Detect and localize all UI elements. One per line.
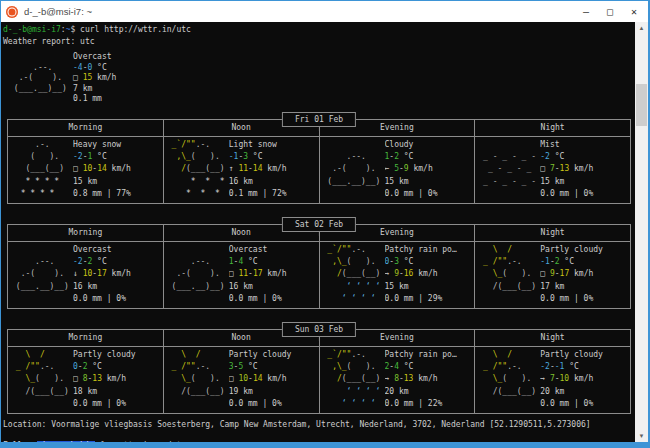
weather-icon: \ / _ /"".-. \_( ). /(___(__) — [475, 244, 540, 306]
follow-link[interactable]: @igor_chubin — [37, 441, 95, 442]
scrollbar[interactable]: ▲ ▼ — [635, 22, 648, 442]
period-cell-morning: .--. .-( ). (___.__)__) Overcast -2-2 °C… — [8, 242, 164, 308]
weather-details: Partly cloudy 3-5 °C □ 10-14 km/h 19 km … — [229, 349, 319, 411]
period-cell-noon: .--. .-( ). (___.__)__) Overcast 1-4 °C … — [164, 242, 320, 308]
forecast-table: MorningNoonEveningNight \ / _ /"".-. \_(… — [7, 329, 631, 414]
weather-details: Light snow -1-3 °C ↑ 11-14 km/h 16 km 0.… — [229, 139, 319, 201]
scroll-down-icon[interactable]: ▼ — [635, 430, 648, 442]
weather-icon: \ / _ /"".-. \_( ). /(___(__) — [164, 349, 229, 411]
period-cell-night: \ / _ /"".-. \_( ). /(___(__) Partly clo… — [475, 347, 630, 413]
weather-icon: .--. .-( ). (___.__)__) — [164, 244, 229, 306]
weather-icon: \ / _ /"".-. \_( ). /(___(__) — [8, 349, 73, 411]
weather-details: Mist -2 °C □ 7-13 km/h 15 km 0.0 mm | 0% — [540, 139, 630, 201]
period-header-morning: Morning — [8, 225, 164, 241]
weather-details: Heavy snow -2-1 °C □ 10-14 km/h 15 km 0.… — [73, 139, 163, 201]
forecast-day-sat: Sat 02 FebMorningNoonEveningNight .--. .… — [7, 217, 631, 309]
period-body-row: .-. ( ). (___(__) * * * * * * * *Heavy s… — [8, 137, 630, 203]
day-label: Sat 02 Feb — [282, 217, 356, 232]
footer: Location: Voormalige vliegbasis Soesterb… — [3, 419, 635, 442]
close-button[interactable]: ✕ — [622, 1, 646, 22]
weather-details: Patchy rain po… 2-4 °C → 8-13 km/h 20 km… — [385, 349, 475, 411]
weather-details: Patchy rain po… 0-3 °C → 9-16 km/h 15 km… — [385, 244, 475, 306]
weather-icon: _ - _ - _ - _ - _ - _ _ - _ - _ - — [475, 139, 540, 201]
weather-details: Partly cloudy 0-2 °C □ 8-13 km/h 18 km 0… — [73, 349, 163, 411]
day-label: Fri 01 Feb — [282, 112, 356, 127]
period-header-morning: Morning — [8, 330, 164, 346]
period-body-row: \ / _ /"".-. \_( ). /(___(__) Partly clo… — [8, 347, 630, 413]
weather-icon: _`/"".-. ,\_( ). /(___(__) ‘ ‘ ‘ ‘ ‘ ‘ ‘… — [320, 244, 385, 306]
period-cell-evening: .--. .-( ). (___.__)__) Cloudy 1-2 °C ← … — [320, 137, 476, 203]
period-cell-morning: \ / _ /"".-. \_( ). /(___(__) Partly clo… — [8, 347, 164, 413]
weather-icon: .--. .-( ). (___.__)__) — [8, 244, 73, 306]
prompt-user: d-_-b@msi-i7 — [3, 25, 61, 34]
titlebar[interactable]: d-_-b@msi-i7: ~ – □ ✕ — [1, 1, 648, 22]
current-weather-icon: .--. .-( ). (___.__)__) — [9, 52, 73, 105]
period-cell-night: _ - _ - _ - _ - _ - _ _ - _ - _ - Mist -… — [475, 137, 630, 203]
terminal-content[interactable]: d-_-b@msi-i7:~$ curl http://wttr.in/utc … — [1, 22, 635, 442]
period-cell-evening: _`/"".-. ,\_( ). /(___(__) ‘ ‘ ‘ ‘ ‘ ‘ ‘… — [320, 242, 476, 308]
weather-details: Overcast 1-4 °C □ 11-17 km/h 16 km 0.0 m… — [229, 244, 319, 306]
forecast-table: MorningNoonEveningNight .--. .-( ). (___… — [7, 224, 631, 309]
terminal-window: d-_-b@msi-i7: ~ – □ ✕ d-_-b@msi-i7:~$ cu… — [0, 0, 650, 448]
follow-line: Follow @igor_chubin for wttr.in updates — [3, 440, 635, 442]
maximize-button[interactable]: □ — [598, 1, 622, 22]
weather-details: Cloudy 1-2 °C ← 5-9 km/h 15 km 0.0 mm | … — [385, 139, 475, 201]
weather-icon: .-. ( ). (___(__) * * * * * * * * — [8, 139, 73, 201]
current-conditions: .--. .-( ). (___.__)__) Overcast -4-0 °C… — [9, 52, 635, 105]
period-cell-noon: \ / _ /"".-. \_( ). /(___(__) Partly clo… — [164, 347, 320, 413]
follow-suffix: for wttr.in updates — [95, 441, 191, 442]
scroll-thumb[interactable] — [636, 84, 647, 126]
blank-line — [3, 430, 635, 440]
weather-details: Overcast -2-2 °C ↓ 10-17 km/h 16 km 0.0 … — [73, 244, 163, 306]
period-header-morning: Morning — [8, 120, 164, 136]
period-header-night: Night — [475, 120, 630, 136]
period-body-row: .--. .-( ). (___.__)__) Overcast -2-2 °C… — [8, 242, 630, 308]
forecast-days: Fri 01 FebMorningNoonEveningNight .-. ( … — [3, 112, 635, 414]
period-cell-evening: _`/"".-. ,\_( ). /(___(__) ‘ ‘ ‘ ‘ ‘ ‘ ‘… — [320, 347, 476, 413]
period-cell-night: \ / _ /"".-. \_( ). /(___(__) Partly clo… — [475, 242, 630, 308]
minimize-button[interactable]: – — [574, 1, 598, 22]
command-line: d-_-b@msi-i7:~$ curl http://wttr.in/utc — [3, 24, 635, 36]
command-text: curl http://wttr.in/utc — [75, 25, 191, 34]
forecast-table: MorningNoonEveningNight .-. ( ). (___(__… — [7, 119, 631, 204]
weather-details: Partly cloudy -1-2 °C □ 9-17 km/h 17 km … — [540, 244, 630, 306]
scroll-up-icon[interactable]: ▲ — [635, 22, 648, 34]
period-header-night: Night — [475, 330, 630, 346]
current-weather-details: Overcast -4-0 °C □ 15 km/h 7 km 0.1 mm — [73, 52, 116, 105]
weather-icon: _`/"".-. ,\_( ). /(___(__) * * * * * * — [164, 139, 229, 201]
period-header-night: Night — [475, 225, 630, 241]
period-cell-morning: .-. ( ). (___(__) * * * * * * * *Heavy s… — [8, 137, 164, 203]
weather-icon: \ / _ /"".-. \_( ). /(___(__) — [475, 349, 540, 411]
period-cell-noon: _`/"".-. ,\_( ). /(___(__) * * * * * *Li… — [164, 137, 320, 203]
ubuntu-logo-icon — [6, 6, 18, 18]
report-title: Weather report: utc — [3, 36, 635, 48]
weather-icon: _`/"".-. ,\_( ). /(___(__) ‘ ‘ ‘ ‘ ‘ ‘ ‘… — [320, 349, 385, 411]
window-title: d-_-b@msi-i7: ~ — [24, 6, 574, 17]
weather-icon: .--. .-( ). (___.__)__) — [320, 139, 385, 201]
forecast-day-fri: Fri 01 FebMorningNoonEveningNight .-. ( … — [7, 112, 631, 204]
location-line: Location: Voormalige vliegbasis Soesterb… — [3, 419, 635, 430]
weather-details: Partly cloudy -2--1 °C → 7-10 km/h 20 km… — [540, 349, 630, 411]
follow-prefix: Follow — [3, 441, 37, 442]
day-label: Sun 03 Feb — [282, 322, 356, 337]
forecast-day-sun: Sun 03 FebMorningNoonEveningNight \ / _ … — [7, 322, 631, 414]
